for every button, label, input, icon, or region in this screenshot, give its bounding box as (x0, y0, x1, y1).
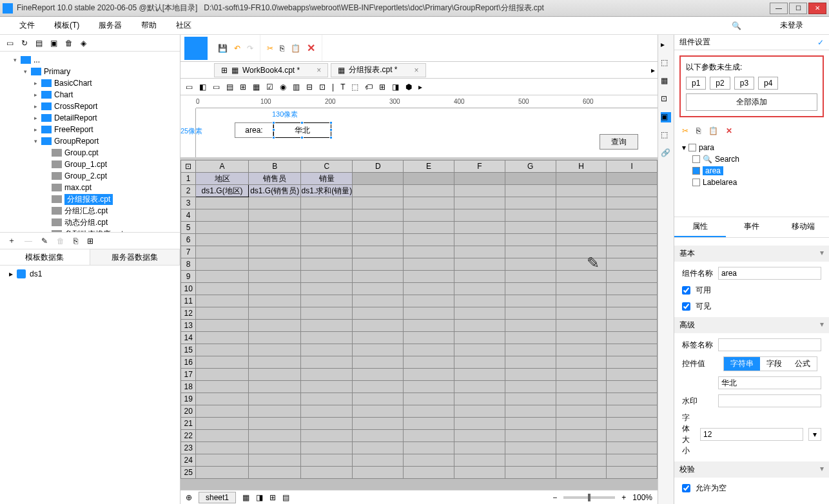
grid-cell[interactable] (404, 258, 454, 271)
param-p2[interactable]: p2 (710, 77, 730, 90)
grid-cell[interactable] (607, 173, 658, 185)
row-header[interactable]: 20 (181, 405, 196, 418)
open-icon[interactable]: ▣ (50, 39, 57, 48)
grid-cell[interactable] (353, 430, 404, 442)
grid-cell[interactable] (404, 418, 454, 430)
grid-cell[interactable] (353, 271, 404, 283)
prop-tab-event[interactable]: 事件 (726, 217, 777, 237)
watermark-input[interactable] (718, 394, 821, 407)
grid-cell[interactable] (196, 369, 249, 381)
grid-cell[interactable] (196, 356, 249, 369)
grid-cell[interactable] (301, 332, 353, 344)
grid-cell[interactable] (301, 381, 353, 393)
close-tab-icon[interactable]: × (414, 66, 419, 75)
grid-cell[interactable] (404, 405, 454, 418)
menu-server[interactable]: 服务器 (99, 20, 122, 31)
grid-cell[interactable] (196, 418, 249, 430)
grid-cell[interactable] (301, 405, 353, 418)
grid-cell[interactable] (454, 320, 505, 332)
grid-cell[interactable] (505, 393, 556, 405)
grid-cell[interactable] (353, 344, 404, 356)
grid-cell[interactable] (196, 246, 249, 258)
grid-cell[interactable] (454, 369, 505, 381)
parameter-pane[interactable]: 0 100 200 300 400 500 600 130像素 25像素 are… (180, 95, 658, 160)
cut-icon[interactable]: ✂ (267, 44, 273, 53)
grid-cell[interactable] (505, 381, 556, 393)
font-size-input[interactable] (700, 428, 803, 441)
grid-cell[interactable] (248, 307, 301, 320)
tool-icon[interactable]: ◉ (280, 82, 286, 92)
grid-cell[interactable] (248, 369, 301, 381)
prop-tab-attr[interactable]: 属性 (674, 217, 726, 237)
grid-cell[interactable] (404, 369, 454, 381)
grid-cell[interactable] (556, 295, 607, 307)
grid-cell[interactable] (301, 320, 353, 332)
row-header[interactable]: 8 (181, 258, 196, 271)
grid-cell[interactable] (404, 307, 454, 320)
tool-icon[interactable]: ▦ (253, 82, 260, 92)
row-header[interactable]: 9 (181, 271, 196, 283)
row-header[interactable]: 6 (181, 234, 196, 246)
grid-cell[interactable] (301, 442, 353, 454)
grid-cell[interactable] (505, 185, 556, 197)
grid-cell[interactable] (505, 197, 556, 209)
spreadsheet[interactable]: ⊡ABCDEFGHI1地区销售员销量2ds1.G(地区)ds1.G(销售员)ds… (180, 160, 658, 490)
grid-cell[interactable] (556, 283, 607, 295)
grid-cell[interactable] (248, 246, 301, 258)
grid-cell[interactable] (556, 418, 607, 430)
grid-cell[interactable]: 销售员 (248, 173, 301, 185)
grid-cell[interactable] (607, 454, 658, 467)
grid-cell[interactable] (505, 454, 556, 467)
grid-cell[interactable] (556, 222, 607, 234)
grid-cell[interactable] (353, 356, 404, 369)
grid-cell[interactable] (301, 295, 353, 307)
grid-cell[interactable] (505, 430, 556, 442)
grid-cell[interactable] (301, 283, 353, 295)
row-header[interactable]: 22 (181, 430, 196, 442)
delete-red-icon[interactable]: ✕ (307, 42, 315, 54)
grid-cell[interactable] (505, 258, 556, 271)
rename-icon[interactable]: ▤ (35, 39, 43, 48)
grid-cell[interactable] (404, 356, 454, 369)
grid-cell[interactable] (556, 271, 607, 283)
menu-community[interactable]: 社区 (176, 20, 191, 31)
grid-cell[interactable] (556, 332, 607, 344)
grid-cell[interactable] (404, 442, 454, 454)
grid-cell[interactable] (196, 295, 249, 307)
grid-cell[interactable] (607, 418, 658, 430)
row-header[interactable]: 5 (181, 222, 196, 234)
grid-cell[interactable] (248, 222, 301, 234)
grid-cell[interactable] (505, 356, 556, 369)
param-p4[interactable]: p4 (758, 77, 778, 90)
param-p1[interactable]: p1 (686, 77, 706, 90)
file-tree[interactable]: ▾... ▾Primary ▸BasicChart ▸Chart ▸CrossR… (0, 52, 180, 232)
row-header[interactable]: 13 (181, 320, 196, 332)
grid-cell[interactable] (196, 307, 249, 320)
grid-cell[interactable] (454, 283, 505, 295)
tool-icon[interactable]: ⊞ (379, 82, 385, 92)
grid-cell[interactable] (556, 405, 607, 418)
grid-cell[interactable] (196, 430, 249, 442)
grid-cell[interactable] (248, 209, 301, 222)
grid-cell[interactable] (556, 393, 607, 405)
grid-cell[interactable] (404, 467, 454, 479)
grid-cell[interactable] (556, 307, 607, 320)
area-input-widget[interactable]: 华北 (273, 122, 331, 138)
grid-cell[interactable] (404, 234, 454, 246)
grid-cell[interactable] (404, 197, 454, 209)
grid-cell[interactable] (196, 442, 249, 454)
grid-cell[interactable] (505, 332, 556, 344)
grid-cell[interactable] (301, 430, 353, 442)
grid-cell[interactable] (556, 467, 607, 479)
grid-cell[interactable] (607, 405, 658, 418)
grid-cell[interactable] (301, 258, 353, 271)
tag-name-input[interactable] (718, 338, 821, 351)
grid-cell[interactable] (248, 393, 301, 405)
grid-cell[interactable] (353, 295, 404, 307)
doc-tab-1[interactable]: ⊞▦WorkBook4.cpt *× (214, 63, 328, 77)
grid-cell[interactable] (454, 405, 505, 418)
menu-file[interactable]: 文件 (19, 20, 35, 31)
preview-ds-icon[interactable]: ⊞ (87, 237, 93, 246)
grid-cell[interactable] (404, 430, 454, 442)
grid-cell[interactable] (454, 454, 505, 467)
